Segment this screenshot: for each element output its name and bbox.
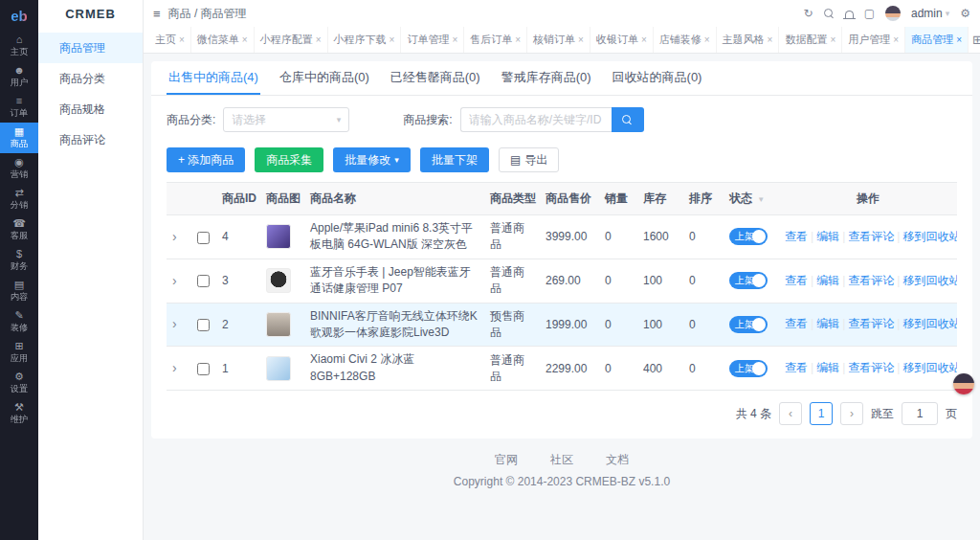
view-comments-link[interactable]: 查看评论 — [848, 317, 894, 330]
product-status-tab[interactable]: 回收站的商品(0) — [611, 61, 704, 95]
edit-link[interactable]: 编辑 — [816, 317, 839, 330]
view-link[interactable]: 查看 — [785, 317, 808, 330]
support-avatar[interactable] — [953, 373, 974, 394]
product-status-tab[interactable]: 仓库中的商品(0) — [278, 61, 371, 95]
footer-link[interactable]: 官网 — [495, 452, 518, 468]
export-button[interactable]: ▤ 导出 — [499, 147, 559, 172]
row-checkbox[interactable] — [197, 232, 210, 244]
edit-link[interactable]: 编辑 — [816, 274, 839, 287]
tag-options-icon[interactable]: ⊞ — [969, 33, 980, 47]
status-toggle[interactable]: 上架 — [729, 316, 768, 333]
footer-link[interactable]: 文档 — [606, 452, 629, 468]
filter-funnel-icon[interactable]: ▼ — [757, 195, 765, 204]
edit-link[interactable]: 编辑 — [816, 361, 839, 374]
fullscreen-icon[interactable]: ▢ — [864, 8, 875, 19]
rail-item[interactable]: $ 财务 — [0, 245, 38, 276]
view-comments-link[interactable]: 查看评论 — [848, 361, 894, 374]
rail-item[interactable]: ▦ 商品 — [0, 123, 38, 153]
move-to-recycle-link[interactable]: 移到回收站 — [902, 274, 957, 287]
rail-item[interactable]: ✎ 装修 — [0, 306, 38, 337]
user-menu[interactable]: admin ▾ — [911, 7, 949, 20]
close-icon[interactable]: × — [768, 34, 773, 45]
batch-edit-button[interactable]: 批量修改 ▾ — [333, 147, 411, 172]
close-icon[interactable]: × — [830, 34, 835, 45]
rail-item[interactable]: ☎ 客服 — [0, 214, 38, 245]
move-to-recycle-link[interactable]: 移到回收站 — [902, 317, 957, 330]
product-status-tab[interactable]: 警戒库存商品(0) — [500, 61, 593, 95]
collapse-menu-icon[interactable]: ≡ — [153, 7, 161, 21]
page-tag[interactable]: 小程序下载 × — [328, 27, 402, 54]
edit-link[interactable]: 编辑 — [816, 230, 839, 243]
page-tag[interactable]: 小程序配置 × — [255, 27, 328, 54]
close-icon[interactable]: × — [515, 34, 521, 45]
close-icon[interactable]: × — [641, 34, 647, 45]
batch-offshelf-button[interactable]: 批量下架 — [420, 147, 489, 172]
rail-item[interactable]: ⚒ 维护 — [0, 398, 38, 429]
page-number-button[interactable]: 1 — [810, 402, 833, 425]
gear-icon[interactable]: ⚙ — [960, 8, 970, 19]
row-checkbox[interactable] — [197, 319, 210, 331]
row-expand-icon[interactable]: › — [172, 229, 177, 244]
close-icon[interactable]: × — [956, 34, 962, 45]
close-icon[interactable]: × — [179, 34, 185, 45]
header-status[interactable]: 状态 ▼ — [724, 183, 779, 215]
rail-item[interactable]: ▤ 内容 — [0, 276, 38, 306]
close-icon[interactable]: × — [242, 34, 248, 45]
close-icon[interactable]: × — [316, 34, 322, 45]
rail-item[interactable]: ⇄ 分销 — [0, 184, 38, 214]
page-tag[interactable]: 用户管理 × — [842, 27, 905, 54]
close-icon[interactable]: × — [390, 34, 395, 45]
prev-page-button[interactable]: ‹ — [779, 402, 802, 425]
category-select[interactable]: 请选择 ▾ — [223, 107, 349, 132]
page-tag[interactable]: 主题风格 × — [717, 27, 780, 54]
page-tag[interactable]: 核销订单 × — [527, 27, 590, 54]
rail-item[interactable]: ⌂ 主页 — [0, 31, 38, 61]
page-tag[interactable]: 售后订单 × — [464, 27, 527, 54]
view-link[interactable]: 查看 — [785, 230, 808, 243]
add-product-button[interactable]: + 添加商品 — [167, 147, 245, 172]
page-tag[interactable]: 收银订单 × — [590, 27, 654, 54]
move-to-recycle-link[interactable]: 移到回收站 — [902, 230, 957, 243]
close-icon[interactable]: × — [578, 34, 584, 45]
close-icon[interactable]: × — [893, 34, 899, 45]
subnav-item[interactable]: 商品评论 — [38, 124, 143, 155]
close-icon[interactable]: × — [704, 34, 710, 45]
page-tag[interactable]: 店铺装修 × — [654, 27, 717, 54]
user-avatar[interactable] — [885, 6, 901, 21]
notification-bell-icon[interactable] — [845, 9, 854, 18]
jump-page-input[interactable] — [902, 402, 938, 425]
status-toggle[interactable]: 上架 — [729, 360, 768, 377]
rail-item[interactable]: ⊞ 应用 — [0, 337, 38, 368]
page-tag[interactable]: 商品管理 × — [905, 27, 969, 54]
subnav-item[interactable]: 商品分类 — [38, 63, 143, 94]
view-comments-link[interactable]: 查看评论 — [848, 230, 894, 243]
rail-item[interactable]: ◉ 营销 — [0, 153, 38, 184]
row-checkbox[interactable] — [197, 275, 210, 287]
page-tag[interactable]: 订单管理 × — [401, 27, 464, 54]
page-tag[interactable]: 微信菜单 × — [191, 27, 255, 54]
row-expand-icon[interactable]: › — [172, 273, 177, 288]
view-link[interactable]: 查看 — [785, 274, 808, 287]
next-page-button[interactable]: › — [840, 402, 863, 425]
subnav-item[interactable]: 商品规格 — [38, 94, 143, 124]
row-checkbox[interactable] — [197, 363, 210, 375]
view-comments-link[interactable]: 查看评论 — [848, 274, 894, 287]
row-expand-icon[interactable]: › — [172, 316, 177, 331]
status-toggle[interactable]: 上架 — [729, 228, 768, 245]
rail-item[interactable]: ≡ 订单 — [0, 92, 38, 123]
page-tag[interactable]: 主页 × — [149, 27, 191, 54]
collect-product-button[interactable]: 商品采集 — [255, 147, 323, 172]
status-toggle[interactable]: 上架 — [729, 272, 768, 289]
move-to-recycle-link[interactable]: 移到回收站 — [902, 361, 957, 374]
page-tag[interactable]: 数据配置 × — [779, 27, 842, 54]
product-status-tab[interactable]: 已经售罄商品(0) — [389, 61, 482, 95]
footer-link[interactable]: 社区 — [550, 452, 573, 468]
refresh-icon[interactable]: ↻ — [804, 8, 813, 19]
search-submit-button[interactable] — [612, 107, 644, 132]
search-icon[interactable] — [824, 9, 835, 19]
close-icon[interactable]: × — [452, 34, 457, 45]
product-status-tab[interactable]: 出售中的商品(4) — [167, 61, 260, 95]
view-link[interactable]: 查看 — [785, 361, 808, 374]
product-search-input[interactable] — [460, 107, 612, 132]
rail-item[interactable]: ☻ 用户 — [0, 61, 38, 92]
